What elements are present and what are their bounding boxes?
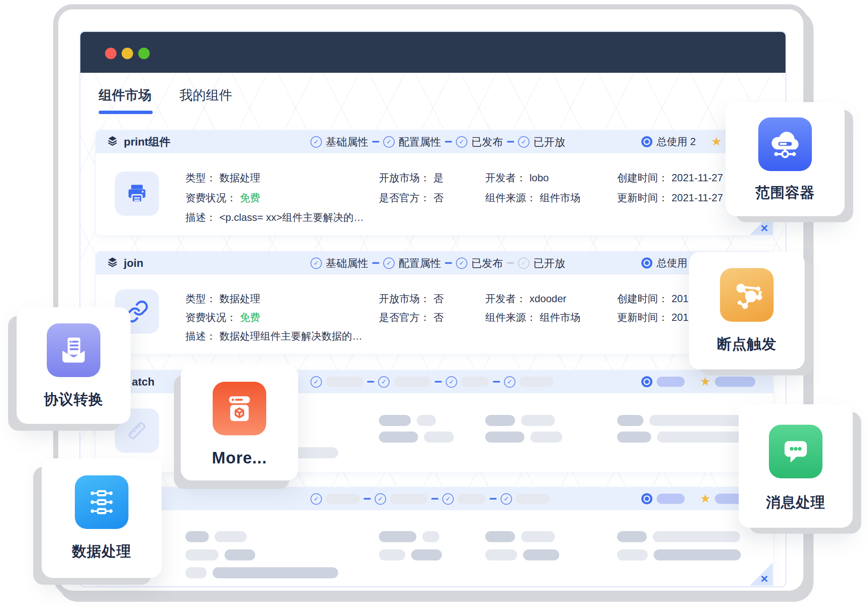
feature-label: 断点触发 bbox=[717, 334, 777, 354]
chat-bubble-icon bbox=[769, 425, 822, 478]
inbox-document-icon bbox=[47, 323, 100, 377]
check-circle-gray-icon: ✓ bbox=[518, 257, 529, 269]
storefront-icon bbox=[213, 382, 266, 435]
feature-card-protocol-conversion[interactable]: 协议转换 bbox=[17, 307, 131, 424]
step-label: 配置属性 bbox=[398, 256, 441, 270]
field-label: 描述： bbox=[185, 211, 216, 224]
step-dash bbox=[431, 498, 438, 500]
field-label: 类型： bbox=[185, 292, 216, 305]
card-stats-skeleton: ★ bbox=[641, 370, 755, 393]
check-circle-icon: ✓ bbox=[310, 376, 322, 388]
active-tab-underline bbox=[99, 111, 153, 114]
field-value: 否 bbox=[433, 292, 444, 305]
field-value-free: 免费 bbox=[240, 311, 260, 324]
check-circle-icon: ✓ bbox=[504, 376, 515, 388]
check-circle-icon: ✓ bbox=[378, 376, 390, 388]
feature-card-data-processing[interactable]: 数据处理 bbox=[42, 458, 162, 578]
component-card-print[interactable]: print组件 ✓基础属性 ✓配置属性 ✓已发布 ✓已开放 总使用 2 ★ 总评 bbox=[95, 130, 774, 236]
check-circle-icon: ✓ bbox=[456, 257, 467, 269]
step-dash bbox=[364, 498, 371, 500]
card-title: print组件 bbox=[124, 134, 171, 149]
check-circle-icon: ✓ bbox=[442, 493, 454, 505]
usage-eye-icon bbox=[641, 376, 652, 387]
step-label: 已开放 bbox=[533, 135, 565, 149]
feature-label: More... bbox=[212, 449, 267, 467]
check-circle-icon: ✓ bbox=[383, 136, 395, 148]
step-dash bbox=[372, 141, 379, 143]
close-icon[interactable]: × bbox=[760, 572, 768, 585]
field-label: 是否官方： bbox=[379, 311, 430, 324]
step-dash bbox=[372, 262, 379, 264]
browser-window: 组件市场 我的组件 print组件 ✓基础属性 ✓配置属性 ✓已发布 bbox=[80, 31, 786, 587]
usage-eye-icon bbox=[641, 493, 652, 504]
field-label: 创建时间： bbox=[617, 172, 668, 184]
status-steps-skeleton: ✓ ✓ ✓ ✓ bbox=[310, 487, 550, 510]
data-nodes-icon bbox=[75, 475, 128, 529]
field-value-free: 免费 bbox=[240, 192, 260, 204]
layers-icon bbox=[106, 135, 119, 149]
card-stats-skeleton: ★ bbox=[641, 487, 755, 510]
field-label: 创建时间： bbox=[617, 292, 668, 305]
field-label: 更新时间： bbox=[617, 311, 668, 324]
field-value: lobo bbox=[529, 172, 549, 184]
feature-card-message-processing[interactable]: 消息处理 bbox=[739, 404, 853, 528]
step-dash bbox=[507, 262, 514, 264]
usage-count: 总使用 2 bbox=[657, 135, 696, 149]
cloud-network-icon bbox=[758, 117, 812, 171]
field-label: 类型： bbox=[185, 172, 216, 184]
check-circle-icon: ✓ bbox=[310, 136, 322, 148]
field-value: 是 bbox=[433, 172, 444, 184]
check-circle-icon: ✓ bbox=[310, 257, 322, 269]
window-minimize-dot-icon[interactable] bbox=[122, 48, 133, 59]
field-value: 组件市场 bbox=[540, 192, 581, 204]
field-label: 开放市场： bbox=[379, 172, 430, 184]
card-header-band: ✓ ✓ ✓ ✓ ★ bbox=[96, 487, 773, 510]
field-value: 数据处理 bbox=[219, 172, 260, 184]
check-circle-icon: ✓ bbox=[375, 493, 386, 505]
rating-star-icon: ★ bbox=[700, 376, 711, 388]
step-label: 基础属性 bbox=[326, 256, 368, 270]
component-card-join[interactable]: join ✓基础属性 ✓配置属性 ✓已发布 ✓已开放 总使用 6 ★ bbox=[95, 251, 774, 354]
status-steps: ✓基础属性 ✓配置属性 ✓已发布 ✓已开放 bbox=[310, 130, 565, 153]
step-dash bbox=[445, 141, 452, 143]
field-value: xdooder bbox=[529, 292, 566, 305]
field-value: 组件市场 bbox=[540, 311, 581, 324]
tab-my-components[interactable]: 我的组件 bbox=[179, 86, 232, 104]
check-circle-icon: ✓ bbox=[501, 493, 512, 505]
field-value: 否 bbox=[433, 311, 444, 324]
tab-component-market[interactable]: 组件市场 bbox=[99, 86, 151, 104]
field-value: 数据处理 bbox=[219, 292, 260, 305]
card-title: join bbox=[124, 257, 143, 270]
feature-label: 消息处理 bbox=[766, 493, 825, 512]
window-close-dot-icon[interactable] bbox=[105, 48, 117, 59]
check-circle-icon: ✓ bbox=[310, 493, 322, 505]
field-label: 描述： bbox=[185, 330, 216, 343]
check-circle-icon: ✓ bbox=[446, 376, 457, 388]
component-card-skeleton-2[interactable]: ✓ ✓ ✓ ✓ ★ bbox=[95, 487, 774, 586]
window-maximize-dot-icon[interactable] bbox=[138, 48, 150, 59]
step-dash bbox=[367, 381, 374, 383]
field-value: <p.class= xx>组件主要解决的… bbox=[219, 211, 364, 224]
status-steps-skeleton: ✓ ✓ ✓ ✓ bbox=[310, 370, 553, 393]
window-titlebar bbox=[80, 32, 785, 73]
rating-star-icon: ★ bbox=[700, 493, 711, 505]
check-circle-icon: ✓ bbox=[383, 257, 395, 269]
field-label: 组件来源： bbox=[485, 311, 536, 324]
feature-card-scope-container[interactable]: 范围容器 bbox=[726, 102, 845, 216]
page: 组件市场 我的组件 print组件 ✓基础属性 ✓配置属性 ✓已发布 bbox=[0, 0, 868, 606]
feature-label: 范围容器 bbox=[755, 183, 815, 203]
layers-icon bbox=[106, 256, 119, 270]
close-icon[interactable]: × bbox=[760, 222, 768, 234]
field-value: 否 bbox=[433, 192, 444, 204]
step-label: 基础属性 bbox=[326, 135, 368, 149]
field-label: 组件来源： bbox=[485, 192, 536, 204]
check-circle-icon: ✓ bbox=[456, 136, 467, 148]
feature-card-more[interactable]: More... bbox=[181, 365, 298, 480]
field-label: 开发者： bbox=[485, 292, 526, 305]
field-value: 数据处理组件主要解决数据的… bbox=[219, 330, 362, 343]
molecule-icon bbox=[720, 268, 774, 322]
usage-eye-icon bbox=[641, 257, 652, 269]
step-dash bbox=[507, 141, 514, 143]
feature-card-breakpoint-trigger[interactable]: 断点触发 bbox=[689, 252, 805, 369]
usage-eye-icon bbox=[641, 136, 652, 147]
